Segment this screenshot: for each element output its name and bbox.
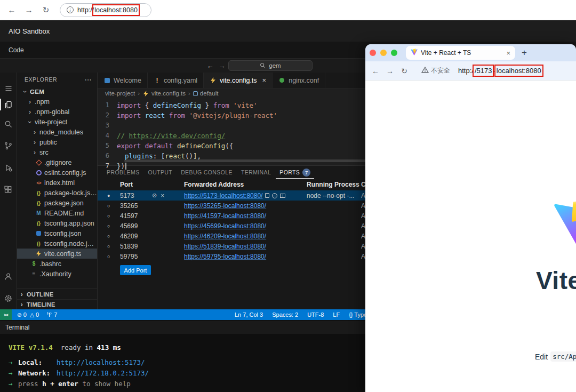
line-number: 2	[98, 110, 117, 121]
code-token: }	[201, 101, 209, 109]
tree-item-vite-project[interactable]: ›vite-project	[17, 117, 97, 127]
extensions-icon[interactable]	[0, 183, 17, 196]
code-tab[interactable]: Code	[9, 46, 24, 54]
browser-back-icon[interactable]: ←	[371, 67, 380, 75]
cursor-position[interactable]: Ln 7, Col 3	[235, 311, 263, 318]
history-forward-icon[interactable]: →	[217, 60, 227, 71]
chevron-icon: ›	[32, 139, 37, 146]
tree-item-public[interactable]: ›public	[17, 137, 97, 147]
ports-status[interactable]: 7	[43, 309, 61, 320]
terminal-url[interactable]: http://localhost:5173/	[57, 358, 145, 366]
settings-gear-icon[interactable]	[0, 292, 17, 305]
explorer-icon[interactable]	[0, 98, 17, 111]
tree-item-npm[interactable]: ›.npm	[17, 97, 97, 107]
tree-item-tsconfig-node-json[interactable]: tsconfig.node.json	[17, 238, 97, 249]
address-bar[interactable]: i http://localhost:8080	[60, 3, 151, 17]
chevron-icon: ›	[26, 119, 34, 125]
zoom-window-button[interactable]	[391, 50, 397, 56]
forward-icon[interactable]: →	[22, 4, 35, 17]
symbol-icon	[193, 91, 198, 96]
preview-in-editor-icon[interactable]	[280, 194, 285, 198]
vite-browser-window: Vite + React + TS × + ← → ↻ 不安全 http://5…	[365, 44, 576, 392]
warning-icon: △	[30, 311, 34, 318]
tree-item-index-html[interactable]: index.html	[17, 178, 97, 188]
tree-item-gitignore[interactable]: .gitignore	[17, 157, 97, 167]
tree-item-npm-global[interactable]: ›.npm-global	[17, 107, 97, 117]
tab-label: Welcome	[114, 77, 141, 84]
stop-forwarding-icon[interactable]: ⊘	[152, 192, 157, 199]
info-icon[interactable]: i	[67, 6, 74, 13]
code-token: defineConfig	[153, 101, 201, 109]
tree-item-xauthority[interactable]: .Xauthority	[17, 269, 97, 279]
indentation-status[interactable]: Spaces: 2	[272, 311, 298, 318]
browser-tab[interactable]: Vite + React + TS ×	[406, 46, 515, 60]
editor-tab-nginx-conf[interactable]: nginx.conf	[273, 73, 325, 88]
forwarded-address-link[interactable]: https://45699-localhost:8080/	[184, 222, 266, 230]
remove-port-icon[interactable]: ×	[161, 192, 164, 199]
forwarded-address-link[interactable]: https://5173-localhost:8080/	[184, 192, 262, 199]
tree-item-tsconfig-json[interactable]: tsconfig.json	[17, 228, 97, 238]
activity-bar	[0, 73, 17, 309]
back-icon[interactable]: ←	[5, 4, 18, 17]
new-tab-icon[interactable]: +	[522, 47, 527, 58]
port-status-icon: ○	[105, 213, 120, 219]
encoding-status[interactable]: UTF-8	[307, 311, 324, 318]
port-status-icon: ○	[105, 244, 120, 249]
port-status-icon: ○	[105, 254, 120, 259]
section-timeline[interactable]: ›TIMELINE	[17, 299, 97, 309]
editor-tab-config-yaml[interactable]: !config.yaml	[148, 73, 204, 88]
tree-item-vite-config-ts[interactable]: vite.config.ts	[17, 249, 97, 259]
forwarded-address-link[interactable]: https://59795-localhost:8080/	[184, 253, 266, 260]
forwarded-address-link[interactable]: https://35265-localhost:8080/	[184, 202, 266, 210]
terminal-url[interactable]: http://172.18.0.2:5173/	[57, 369, 149, 377]
run-debug-icon[interactable]	[0, 161, 17, 174]
account-icon[interactable]	[0, 270, 17, 283]
tree-item-package-json[interactable]: package.json	[17, 198, 97, 208]
editor-tab-vite-config-ts[interactable]: vite.config.ts×	[204, 73, 273, 88]
breadcrumb-item[interactable]: vite.config.ts	[142, 90, 186, 97]
tree-item-src[interactable]: ›src	[17, 147, 97, 157]
ts-file-icon	[35, 230, 42, 237]
forwarded-address-link[interactable]: https://41597-localhost:8080/	[184, 212, 266, 220]
tree-item-gem[interactable]: ›GEM	[17, 86, 97, 97]
editor-tab-welcome[interactable]: Welcome	[98, 73, 148, 88]
tree-item-node-modules[interactable]: ›node_modules	[17, 127, 97, 137]
more-actions-icon[interactable]: ⋯	[85, 76, 92, 84]
tree-item-eslint-config-js[interactable]: eslint.config.js	[17, 167, 97, 178]
ports-column-header-running-process: Running Process	[307, 181, 361, 188]
browser-url-text[interactable]: http://5173-localhost:8080	[458, 66, 542, 75]
open-in-browser-icon[interactable]	[272, 193, 277, 198]
menu-icon[interactable]	[0, 82, 17, 95]
search-sidebar-icon[interactable]	[0, 117, 17, 130]
breadcrumb-item[interactable]: default	[193, 90, 219, 97]
problems-status[interactable]: ⊘ 0 △ 0	[12, 309, 43, 320]
breadcrumb-item[interactable]: vite-project	[105, 90, 135, 97]
tree-item-bashrc[interactable]: .bashrc	[17, 259, 97, 269]
remote-indicator[interactable]: ><	[0, 309, 12, 320]
source-control-icon[interactable]	[0, 139, 17, 152]
line-number: 4	[98, 131, 117, 141]
command-center-search[interactable]: gem	[228, 60, 313, 71]
history-back-icon[interactable]: ←	[205, 60, 215, 71]
close-tab-icon[interactable]: ×	[506, 49, 510, 57]
close-window-button[interactable]	[370, 50, 376, 56]
browser-forward-icon[interactable]: →	[385, 67, 395, 75]
browser-refresh-icon[interactable]: ↻	[399, 67, 409, 75]
eol-status[interactable]: LF	[333, 311, 340, 318]
forwarded-address-link[interactable]: https://51839-localhost:8080/	[184, 243, 266, 250]
tree-item-package-lock-json[interactable]: package-lock.json	[17, 188, 97, 198]
tree-item-tsconfig-app-json[interactable]: tsconfig.app.json	[17, 218, 97, 228]
file-tree: ›GEM›.npm›.npm-global›vite-project›node_…	[17, 86, 97, 279]
minimize-window-button[interactable]	[380, 50, 387, 56]
file-label: .npm-global	[35, 108, 69, 116]
refresh-icon[interactable]: ↻	[39, 4, 52, 17]
security-chip[interactable]: 不安全	[421, 66, 450, 75]
close-icon[interactable]: ×	[262, 76, 267, 84]
tree-item-readme-md[interactable]: README.md	[17, 208, 97, 218]
forwarded-address-cell: https://51839-localhost:8080/	[184, 243, 307, 250]
copy-address-icon[interactable]	[265, 193, 269, 198]
add-port-button[interactable]: Add Port	[120, 265, 151, 275]
file-label: src	[39, 149, 49, 156]
forwarded-address-link[interactable]: https://46209-localhost:8080/	[184, 233, 266, 240]
section-outline[interactable]: ›OUTLINE	[17, 289, 97, 299]
